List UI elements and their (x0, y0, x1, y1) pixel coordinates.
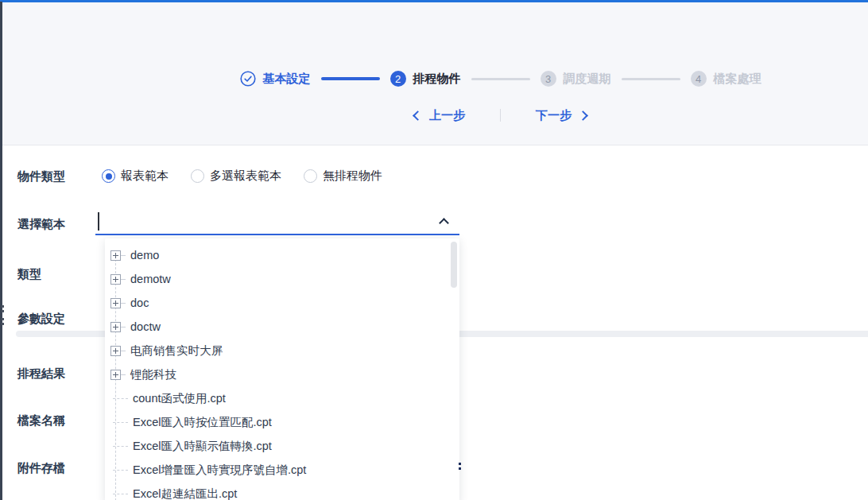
nav-divider (500, 109, 501, 122)
tree-item-file[interactable]: Excel匯入時顯示值轉換.cpt (105, 434, 459, 458)
radio-unselected-icon (304, 169, 317, 183)
wizard-header: 基本設定 2 排程物件 3 調度週期 4 檔案處理 上一步 (2, 2, 868, 145)
radio-multi-report-template[interactable]: 多選報表範本 (191, 169, 281, 184)
radio-selected-icon (102, 169, 115, 183)
tree-stub (121, 303, 126, 304)
tree-stub (121, 374, 126, 375)
object-type-radio-group: 報表範本 多選報表範本 無排程物件 (102, 169, 405, 184)
tree-stub (121, 351, 126, 351)
step-label: 基本設定 (263, 72, 311, 87)
tree-item-folder[interactable]: doctw (105, 315, 459, 339)
tree-item-file[interactable]: count函式使用.cpt (105, 386, 459, 410)
step-label: 檔案處理 (714, 72, 761, 87)
next-step-button[interactable]: 下一步 (536, 108, 587, 123)
step-file-processing[interactable]: 4 檔案處理 (691, 71, 761, 87)
step-number-badge: 4 (691, 71, 707, 87)
tree-item-file[interactable]: Excel增量匯入時實現序號自增.cpt (105, 458, 459, 482)
expand-plus-icon[interactable] (110, 298, 121, 308)
file-name-label: 檔案名稱 (17, 413, 65, 428)
tree-item-label: count函式使用.cpt (133, 391, 226, 406)
type-label: 類型 (17, 267, 41, 282)
tree-item-file[interactable]: Excel匯入時按位置匹配.cpt (105, 410, 459, 434)
tree-item-folder[interactable]: demo (105, 243, 459, 267)
step-label: 排程物件 (413, 72, 461, 87)
tree-stub (113, 422, 128, 423)
scrollbar-thumb[interactable] (451, 242, 457, 288)
radio-unselected-icon (191, 169, 204, 183)
expand-plus-icon[interactable] (110, 370, 121, 380)
tree-item-file[interactable]: Excel超連結匯出.cpt (105, 482, 459, 500)
template-select-input[interactable] (95, 209, 459, 235)
chevron-up-icon[interactable] (439, 218, 449, 228)
param-settings-label: 參數設定 (17, 312, 65, 327)
tree-item-label: demotw (130, 273, 171, 285)
tree-item-label: 锂能科技 (130, 367, 176, 382)
radio-label: 無排程物件 (323, 169, 382, 184)
tree-stub (113, 470, 128, 471)
tree-stub (121, 327, 126, 328)
tree-stub (121, 279, 126, 280)
chevron-left-icon (413, 110, 423, 121)
tree-item-label: demo (130, 249, 159, 262)
tree-item-label: 电商销售实时大屏 (130, 343, 223, 359)
tree-stub (113, 494, 128, 494)
attachment-archive-label: 附件存檔 (17, 461, 65, 476)
select-template-label: 選擇範本 (17, 217, 65, 232)
tree-item-label: doc (130, 297, 149, 309)
step-label: 調度週期 (564, 72, 611, 87)
tree-item-label: Excel超連結匯出.cpt (133, 486, 237, 500)
step-connector (321, 77, 380, 80)
tree-stub (113, 446, 128, 447)
chevron-right-icon (578, 110, 588, 121)
template-tree-list: demo demotw doc doctw 电商销售实时大屏 (105, 238, 459, 500)
check-circle-icon (240, 71, 256, 87)
tree-stub (113, 398, 128, 399)
radio-report-template[interactable]: 報表範本 (102, 169, 169, 184)
app-frame: 基本設定 2 排程物件 3 調度週期 4 檔案處理 上一步 (0, 0, 868, 500)
schedule-result-label: 排程結果 (17, 366, 65, 382)
template-dropdown-panel: demo demotw doc doctw 电商销售实时大屏 (105, 238, 459, 500)
top-accent-bar (0, 0, 868, 2)
step-number-badge: 3 (541, 71, 556, 87)
object-type-label: 物件類型 (17, 169, 65, 184)
tree-stub (121, 255, 126, 256)
next-step-label: 下一步 (536, 108, 572, 123)
step-connector (622, 78, 680, 80)
tree-item-label: Excel匯入時顯示值轉換.cpt (133, 439, 272, 454)
expand-plus-icon[interactable] (110, 250, 121, 261)
left-edge-bar (0, 2, 2, 500)
radio-label: 多選報表範本 (210, 169, 281, 184)
tree-item-folder[interactable]: demotw (105, 267, 459, 291)
step-navigation: 上一步 下一步 (133, 105, 868, 126)
expand-plus-icon[interactable] (110, 274, 121, 285)
step-dispatch-cycle[interactable]: 3 調度週期 (541, 71, 611, 87)
resize-dots (459, 463, 461, 472)
tree-item-folder[interactable]: 电商销售实时大屏 (105, 339, 459, 362)
prev-step-button[interactable]: 上一步 (414, 108, 465, 123)
radio-no-schedule-object[interactable]: 無排程物件 (304, 169, 382, 184)
drag-handle-dots[interactable] (2, 305, 4, 328)
text-caret (98, 212, 99, 231)
step-number-badge: 2 (390, 71, 406, 87)
step-basic-settings[interactable]: 基本設定 (240, 71, 311, 87)
tree-item-label: Excel匯入時按位置匹配.cpt (133, 415, 272, 430)
radio-label: 報表範本 (121, 169, 169, 184)
tree-item-label: Excel增量匯入時實現序號自增.cpt (133, 463, 306, 478)
prev-step-label: 上一步 (429, 108, 465, 123)
step-connector (471, 78, 530, 80)
tree-item-folder[interactable]: doc (105, 291, 459, 315)
tree-item-label: doctw (130, 320, 161, 333)
step-schedule-object[interactable]: 2 排程物件 (390, 71, 461, 87)
expand-plus-icon[interactable] (110, 346, 121, 356)
wizard-stepper: 基本設定 2 排程物件 3 調度週期 4 檔案處理 (133, 69, 868, 88)
expand-plus-icon[interactable] (110, 322, 121, 332)
tree-item-folder[interactable]: 锂能科技 (105, 362, 459, 386)
